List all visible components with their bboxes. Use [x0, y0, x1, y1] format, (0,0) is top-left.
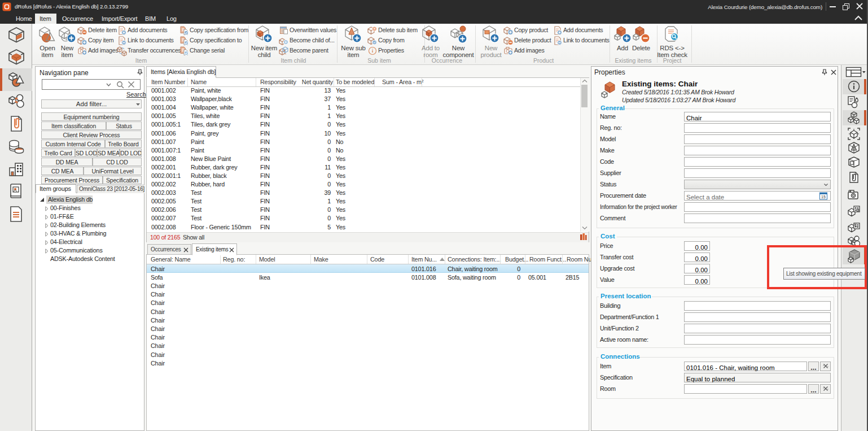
svg-text:15: 15: [821, 195, 826, 199]
